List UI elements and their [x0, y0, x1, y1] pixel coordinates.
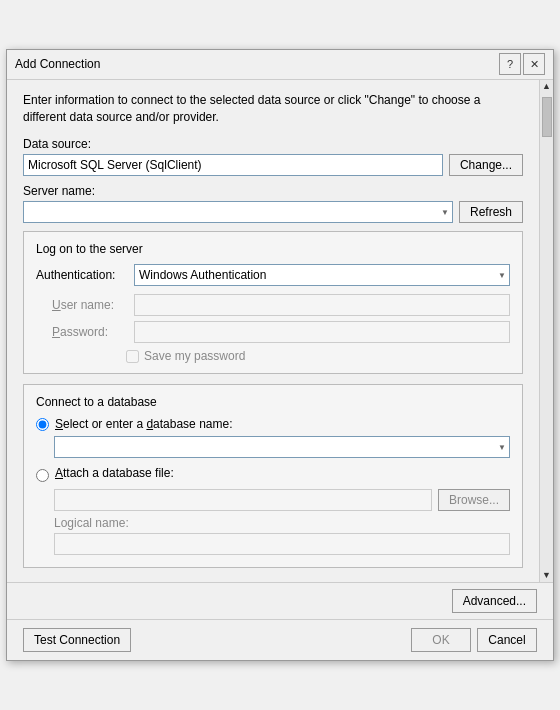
- server-select-wrapper: [23, 201, 453, 223]
- title-bar-buttons: ? ✕: [499, 53, 545, 75]
- scroll-body: Enter information to connect to the sele…: [7, 80, 539, 583]
- select-db-radio-row: Select or enter a database name:: [36, 417, 510, 431]
- username-input[interactable]: [134, 294, 510, 316]
- db-select-wrapper: [54, 436, 510, 458]
- title-bar: Add Connection ? ✕: [7, 50, 553, 80]
- select-db-radio[interactable]: [36, 418, 49, 431]
- db-name-select[interactable]: [54, 436, 510, 458]
- datasource-input[interactable]: [23, 154, 443, 176]
- username-row: User name:: [36, 294, 510, 316]
- datasource-row: Change...: [23, 154, 523, 176]
- attach-db-label: Attach a database file:: [55, 466, 174, 480]
- datasource-label: Data source:: [23, 137, 523, 151]
- server-name-select[interactable]: [23, 201, 453, 223]
- username-label: User name:: [52, 298, 126, 312]
- save-password-checkbox[interactable]: [126, 350, 139, 363]
- attach-file-input[interactable]: [54, 489, 432, 511]
- server-section: Server name: Refresh: [23, 184, 523, 223]
- save-password-label: Save my password: [144, 349, 245, 363]
- help-button[interactable]: ?: [499, 53, 521, 75]
- attach-db-radio[interactable]: [36, 469, 49, 482]
- select-db-label: Select or enter a database name:: [55, 417, 232, 431]
- logon-group: Log on to the server Authentication: Win…: [23, 231, 523, 374]
- test-connection-button[interactable]: Test Connection: [23, 628, 131, 652]
- password-input[interactable]: [134, 321, 510, 343]
- refresh-button[interactable]: Refresh: [459, 201, 523, 223]
- auth-label: Authentication:: [36, 268, 126, 282]
- attach-db-radio-row: Attach a database file:: [36, 466, 510, 484]
- auth-select-wrapper: Windows Authentication SQL Server Authen…: [134, 264, 510, 286]
- scroll-thumb[interactable]: [542, 97, 552, 137]
- cancel-button[interactable]: Cancel: [477, 628, 537, 652]
- auth-select[interactable]: Windows Authentication SQL Server Authen…: [134, 264, 510, 286]
- auth-row: Authentication: Windows Authentication S…: [36, 264, 510, 286]
- scroll-track: [541, 93, 553, 570]
- logon-title: Log on to the server: [36, 242, 510, 256]
- bottom-right-buttons: OK Cancel: [411, 628, 537, 652]
- attach-file-row: Browse...: [54, 489, 510, 511]
- password-label: Password:: [52, 325, 126, 339]
- browse-button[interactable]: Browse...: [438, 489, 510, 511]
- scroll-down-arrow[interactable]: ▼: [542, 569, 551, 582]
- server-row: Refresh: [23, 201, 523, 223]
- database-group-title: Connect to a database: [36, 395, 510, 409]
- logical-name-input[interactable]: [54, 533, 510, 555]
- advanced-button[interactable]: Advanced...: [452, 589, 537, 613]
- ok-button[interactable]: OK: [411, 628, 471, 652]
- dialog-title: Add Connection: [15, 57, 100, 71]
- scroll-up-arrow[interactable]: ▲: [542, 80, 551, 93]
- password-row: Password:: [36, 321, 510, 343]
- description-text: Enter information to connect to the sele…: [23, 92, 523, 126]
- save-password-row: Save my password: [36, 349, 510, 363]
- main-content: Enter information to connect to the sele…: [7, 80, 553, 583]
- datasource-group: Data source: Change...: [23, 137, 523, 176]
- right-scrollbar: ▲ ▼: [539, 80, 553, 583]
- logical-name-label: Logical name:: [54, 516, 510, 530]
- server-label: Server name:: [23, 184, 523, 198]
- add-connection-dialog: Add Connection ? ✕ Enter information to …: [6, 49, 554, 662]
- close-button[interactable]: ✕: [523, 53, 545, 75]
- advanced-row: Advanced...: [7, 582, 553, 619]
- database-group: Connect to a database Select or enter a …: [23, 384, 523, 568]
- change-button[interactable]: Change...: [449, 154, 523, 176]
- bottom-bar: Test Connection OK Cancel: [7, 619, 553, 660]
